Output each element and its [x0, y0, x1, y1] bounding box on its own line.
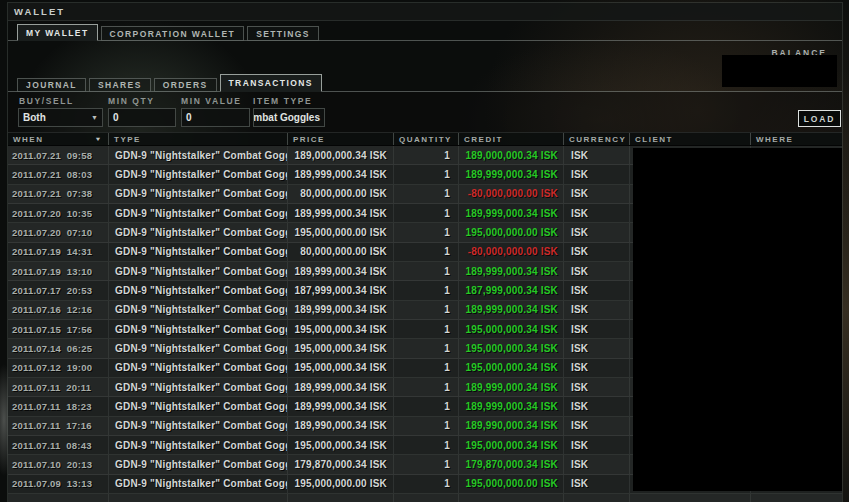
quantity-cell: 1 [393, 378, 458, 396]
currency-cell: ISK [563, 204, 629, 222]
currency-cell [563, 494, 629, 502]
type-cell: GDN-9 "Nightstalker" Combat Goggles [108, 281, 287, 299]
where-cell [750, 494, 842, 502]
price-cell: 189,999,000.34 ISK [287, 204, 393, 222]
price-cell: 195,000,000.00 ISK [287, 223, 393, 241]
when-cell: 2011.07.21 07:38 [8, 185, 108, 203]
tab-shares[interactable]: SHARES [89, 78, 151, 92]
price-cell: 189,999,000.34 ISK [287, 262, 393, 280]
column-header-type[interactable]: TYPE [108, 133, 287, 145]
currency-cell: ISK [563, 339, 629, 357]
quantity-cell: 1 [393, 262, 458, 280]
quantity-cell: 1 [393, 146, 458, 164]
currency-cell: ISK [563, 455, 629, 473]
item-type-label: ITEM TYPE [253, 96, 312, 106]
when-cell: 2011.07.11 17:16 [8, 417, 108, 435]
type-cell: GDN-9 "Nightstalker" Combat Goggles [108, 301, 287, 319]
price-cell: 195,000,000.34 ISK [287, 436, 393, 454]
credit-cell: 195,000,000.00 ISK [458, 223, 563, 241]
window-titlebar[interactable]: WALLET [8, 3, 842, 21]
min-value-input[interactable]: 0 [181, 108, 250, 127]
when-cell: 2011.07.21 08:03 [8, 165, 108, 183]
credit-cell: 195,000,000.34 ISK [458, 339, 563, 357]
currency-cell: ISK [563, 359, 629, 377]
quantity-cell: 1 [393, 165, 458, 183]
type-cell: GDN-9 "Nightstalker" Combat Goggles [108, 397, 287, 415]
quantity-cell: 1 [393, 436, 458, 454]
column-header-where[interactable]: WHERE [750, 133, 842, 145]
column-header-credit[interactable]: CREDIT [458, 133, 563, 145]
quantity-cell: 1 [393, 417, 458, 435]
min-value-label: MIN VALUE [181, 96, 242, 106]
when-cell [8, 494, 108, 502]
currency-cell: ISK [563, 436, 629, 454]
price-cell: 80,000,000.00 ISK [287, 185, 393, 203]
credit-cell: 189,999,000.34 ISK [458, 262, 563, 280]
item-type-input[interactable]: Combat Goggles [253, 108, 325, 127]
type-cell: GDN-9 "Nightstalker" Combat Goggles [108, 339, 287, 357]
tab-orders[interactable]: ORDERS [154, 78, 217, 92]
chevron-down-icon: ▼ [91, 114, 98, 121]
price-cell: 189,999,000.34 ISK [287, 378, 393, 396]
type-cell: GDN-9 "Nightstalker" Combat Goggles [108, 146, 287, 164]
buy-sell-select[interactable]: Both ▼ [18, 108, 103, 127]
quantity-cell: 1 [393, 223, 458, 241]
credit-cell: 195,000,000.34 ISK [458, 320, 563, 338]
window-title: WALLET [14, 6, 65, 17]
price-cell: 195,000,000.34 ISK [287, 339, 393, 357]
credit-cell: 187,999,000.34 ISK [458, 281, 563, 299]
currency-cell: ISK [563, 475, 629, 493]
credit-cell: -80,000,000.00 ISK [458, 243, 563, 261]
tab-settings[interactable]: SETTINGS [247, 26, 319, 41]
when-cell: 2011.07.16 12:16 [8, 301, 108, 319]
tab-journal[interactable]: JOURNAL [17, 78, 86, 92]
column-header-currency[interactable]: CURRENCY [563, 133, 629, 145]
column-header-client[interactable]: CLIENT [629, 133, 750, 145]
type-cell: GDN-9 "Nightstalker" Combat Goggles [108, 243, 287, 261]
type-cell: GDN-9 "Nightstalker" Combat Goggles [108, 223, 287, 241]
quantity-cell: 1 [393, 281, 458, 299]
type-cell: GDN-9 "Nightstalker" Combat Goggles [108, 262, 287, 280]
when-cell: 2011.07.11 08:43 [8, 436, 108, 454]
price-cell: 80,000,000.00 ISK [287, 243, 393, 261]
min-qty-label: MIN QTY [108, 96, 155, 106]
type-cell: GDN-9 "Nightstalker" Combat Goggles [108, 475, 287, 493]
main-tab-strip: MY WALLET CORPORATION WALLET SETTINGS [17, 24, 322, 41]
price-cell: 179,870,000.34 ISK [287, 455, 393, 473]
price-cell: 189,999,000.34 ISK [287, 397, 393, 415]
load-button[interactable]: LOAD [798, 110, 841, 127]
when-cell: 2011.07.14 06:25 [8, 339, 108, 357]
column-header-when[interactable]: WHEN ▼ [8, 133, 108, 145]
when-cell: 2011.07.19 13:10 [8, 262, 108, 280]
price-cell: 189,999,000.34 ISK [287, 165, 393, 183]
credit-cell: 189,000,000.34 ISK [458, 146, 563, 164]
when-cell: 2011.07.09 13:13 [8, 475, 108, 493]
column-header-price[interactable]: PRICE [287, 133, 393, 145]
quantity-cell: 1 [393, 243, 458, 261]
when-cell: 2011.07.10 20:13 [8, 455, 108, 473]
type-cell: GDN-9 "Nightstalker" Combat Goggles [108, 359, 287, 377]
when-cell: 2011.07.12 19:00 [8, 359, 108, 377]
credit-cell: 195,000,000.00 ISK [458, 475, 563, 493]
currency-cell: ISK [563, 185, 629, 203]
buy-sell-label: BUY/SELL [19, 96, 74, 106]
quantity-cell: 1 [393, 397, 458, 415]
price-cell: 195,000,000.34 ISK [287, 320, 393, 338]
wallet-window: WALLET MY WALLET CORPORATION WALLET SETT… [8, 3, 842, 502]
tab-my-wallet[interactable]: MY WALLET [17, 24, 98, 41]
when-cell: 2011.07.19 14:31 [8, 243, 108, 261]
credit-cell: 195,000,000.34 ISK [458, 359, 563, 377]
currency-cell: ISK [563, 165, 629, 183]
price-cell: 189,000,000.34 ISK [287, 146, 393, 164]
tab-corporation-wallet[interactable]: CORPORATION WALLET [101, 26, 245, 41]
when-cell: 2011.07.11 18:23 [8, 397, 108, 415]
tab-transactions[interactable]: TRANSACTIONS [220, 74, 322, 92]
currency-cell: ISK [563, 262, 629, 280]
when-cell: 2011.07.21 09:58 [8, 146, 108, 164]
min-qty-input[interactable]: 0 [108, 108, 176, 127]
currency-cell: ISK [563, 301, 629, 319]
credit-cell [458, 494, 563, 502]
table-row[interactable] [8, 494, 842, 502]
column-header-quantity[interactable]: QUANTITY [393, 133, 458, 145]
price-cell: 195,000,000.34 ISK [287, 359, 393, 377]
